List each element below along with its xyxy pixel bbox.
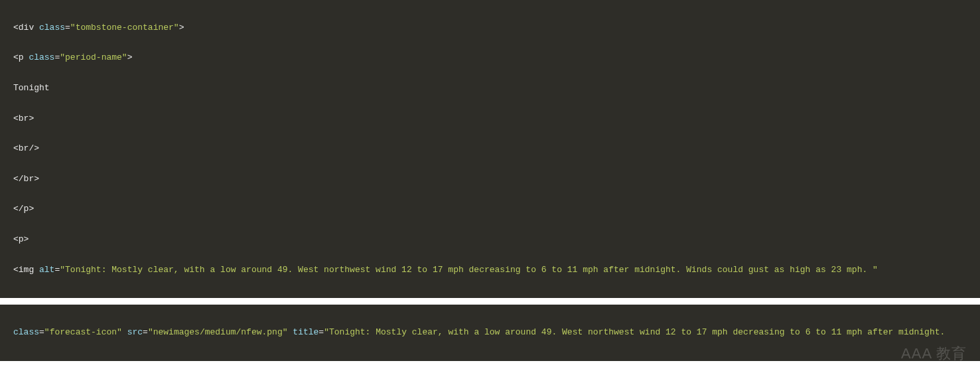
code-token-string: "forecast-icon": [44, 327, 122, 337]
block-gap: [0, 361, 980, 367]
code-line: </br>: [1, 172, 979, 187]
code-block-2[interactable]: class="forecast-icon" src="newimages/med…: [0, 305, 980, 360]
code-token-attr: alt: [39, 265, 54, 275]
code-token-string: "Tonight: Mostly clear, with a low aroun…: [324, 327, 945, 337]
code-line: <img alt="Tonight: Mostly clear, with a …: [1, 263, 979, 278]
code-token-tag: <p: [13, 52, 29, 62]
code-token-attr: title: [293, 327, 318, 337]
code-token-text: Tonight: [13, 83, 50, 93]
code-token-punc: =: [143, 327, 148, 337]
code-token-attr: class: [29, 52, 54, 62]
code-token-punc: =: [39, 327, 44, 337]
code-block-1[interactable]: <div class="tombstone-container"> <p cla…: [0, 0, 980, 298]
code-token-tag: </br>: [13, 174, 39, 184]
code-token-tag: </p>: [13, 204, 34, 214]
code-line: <p class="period-name">: [1, 50, 979, 66]
code-token-string: "Tonight: Mostly clear, with a low aroun…: [60, 265, 878, 275]
code-line: <br>: [1, 111, 979, 127]
code-token-tag: <br>: [13, 113, 34, 123]
code-token-tag: >: [179, 23, 184, 33]
code-line: </p>: [1, 202, 979, 217]
code-line: <div class="tombstone-container">: [1, 21, 979, 36]
code-token-tag: <p>: [13, 234, 29, 244]
code-token-punc: =: [65, 23, 70, 33]
block-gap: [0, 298, 980, 305]
code-token-string: "period-name": [60, 52, 127, 62]
code-line: Tonight: [1, 81, 979, 96]
code-token-string: "newimages/medium/nfew.png": [148, 327, 288, 337]
code-token-tag: <div: [13, 23, 39, 33]
code-line: class="forecast-icon" src="newimages/med…: [1, 325, 979, 340]
code-line: <br/>: [1, 141, 979, 157]
code-token-tag: <br/>: [13, 143, 39, 153]
code-token-tag: >: [127, 52, 133, 62]
code-token-attr: src: [127, 327, 143, 337]
code-line: <p>: [1, 232, 979, 248]
code-token-attr: class: [13, 327, 39, 337]
code-token-tag: <img: [13, 265, 39, 275]
code-token-attr: class: [39, 23, 65, 33]
code-token-space: [122, 327, 127, 337]
code-token-punc: =: [318, 327, 324, 337]
code-token-string: "tombstone-container": [70, 23, 179, 33]
